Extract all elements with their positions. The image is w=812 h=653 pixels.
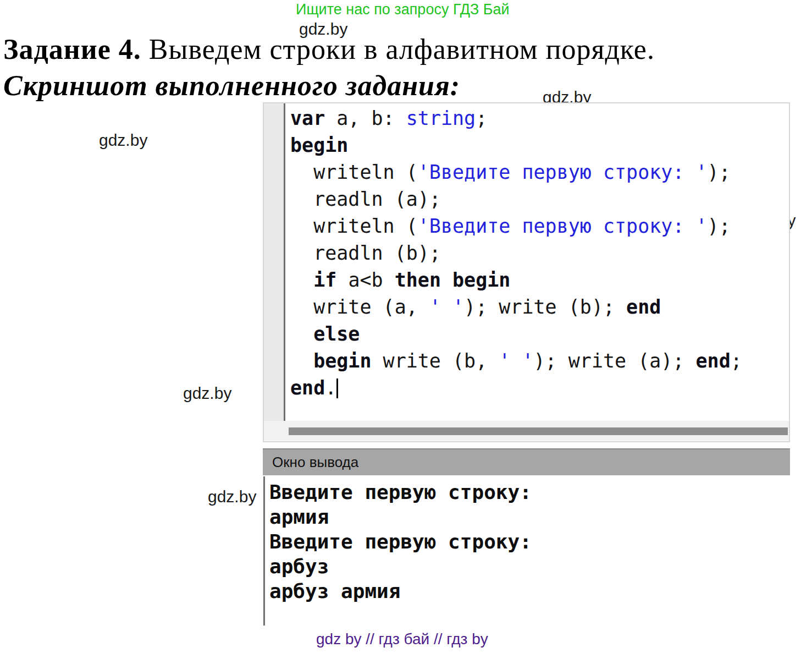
output-window-title: Окно вывода	[272, 449, 358, 475]
task-heading: Задание 4. Выведем строки в алфавитном п…	[3, 33, 655, 65]
horizontal-scrollbar-thumb[interactable]	[289, 427, 788, 435]
code-line: write (a, ' '); write (b); end	[290, 294, 742, 321]
output-window-pane: Введите первую строку:армияВведите перву…	[263, 476, 790, 625]
output-line: арбуз армия	[269, 579, 532, 603]
gdz-solution-page: Ищите нас по запросу ГДЗ Бай gdz.by gdz.…	[0, 0, 812, 653]
task-title: Выведем строки в алфавитном порядке.	[141, 34, 655, 65]
gdz-watermark: gdz.by	[99, 131, 147, 150]
code-line: readln (a);	[290, 186, 742, 213]
output-text: Введите первую строку:армияВведите перву…	[269, 480, 532, 603]
horizontal-scrollbar-track[interactable]	[264, 421, 789, 441]
output-line: Введите первую строку:	[269, 529, 532, 554]
editor-gutter	[264, 103, 285, 421]
code-line: end.	[290, 375, 742, 402]
code-line: begin	[290, 132, 742, 159]
output-window-titlebar: Окно вывода	[263, 448, 790, 475]
task-number: Задание 4.	[3, 34, 141, 65]
output-line: Введите первую строку:	[269, 480, 532, 504]
code-line: else	[290, 321, 742, 348]
code-line: writeln ('Введите первую строку: ');	[290, 159, 742, 186]
code-editor-window: var a, b: string;begin writeln ('Введите…	[263, 102, 790, 442]
code-line: begin write (b, ' '); write (a); end;	[290, 348, 742, 375]
gdz-watermark: gdz.by	[208, 487, 256, 506]
code-text-area[interactable]: var a, b: string;begin writeln ('Введите…	[290, 105, 742, 402]
code-line: writeln ('Введите первую строку: ');	[290, 213, 742, 240]
screenshot-subheading: Скриншот выполненного задания:	[3, 69, 460, 102]
footer-watermark-text: gdz by // гдз бай // гдз by	[316, 630, 488, 648]
text-caret	[336, 378, 338, 398]
code-line: readln (b);	[290, 240, 742, 267]
code-line: var a, b: string;	[290, 105, 742, 132]
output-line: армия	[269, 504, 532, 529]
promo-banner-text: Ищите нас по запросу ГДЗ Бай	[296, 1, 510, 18]
code-line: if a<b then begin	[290, 267, 742, 294]
output-line: арбуз	[269, 554, 532, 579]
gdz-watermark: gdz.by	[183, 384, 231, 403]
